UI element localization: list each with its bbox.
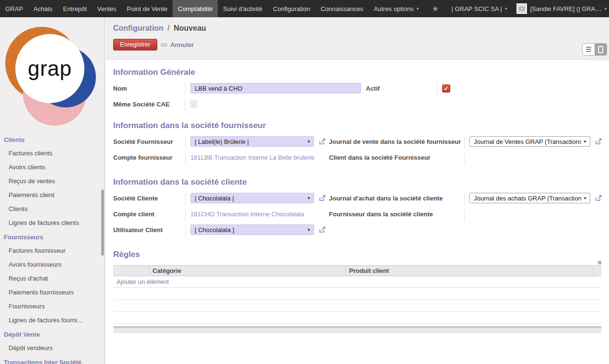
nom-input[interactable]: [190, 83, 361, 94]
meme-societe-label: Même Société CAE: [113, 99, 185, 108]
save-button[interactable]: Enregistrer: [113, 39, 157, 50]
compte-client-link[interactable]: 181CHO Transaction Interne Chocolalala: [190, 209, 304, 218]
sidebar: grap Clients Factures clients Avoirs cli…: [0, 17, 105, 364]
menu-item-achats[interactable]: Achats: [28, 0, 58, 17]
utilisateur-client-select[interactable]: [ Chocolalala ] ▼: [190, 224, 314, 235]
menu-item-suivi-activite[interactable]: Suivi d'activité: [218, 0, 268, 17]
open-record-icon[interactable]: [594, 138, 602, 146]
chevron-down-icon: ▼: [583, 196, 587, 200]
rules-header-end-column: [593, 266, 601, 276]
view-switcher: ☰: [582, 43, 607, 56]
cliente-right-column: Journal d'achat dans la société cliente …: [329, 193, 602, 240]
journal-achat-select[interactable]: Journal des achats GRAP (Transactions In…: [469, 193, 590, 203]
sidebar-section-fournisseurs: Fournisseurs: [0, 230, 105, 244]
compte-fournisseur-link[interactable]: 181LBB Transaction Interne La Belle brul…: [190, 152, 315, 161]
section-title-societe-cliente: Information dans la société cliente: [113, 177, 601, 187]
field-separator: [185, 209, 186, 221]
star-icon[interactable]: ★: [424, 4, 446, 14]
menu-item-label: Comptabilité: [178, 5, 212, 12]
sidebar-item-recus-de-ventes[interactable]: Reçus de ventes: [0, 174, 105, 188]
logo-white-circle: grap: [15, 34, 84, 103]
table-footer-strip: [113, 328, 601, 333]
section-title-societe-fournisseur: Information dans la société fournisseur: [113, 121, 601, 130]
meme-societe-checkbox: ✓: [190, 101, 197, 107]
add-item-link[interactable]: Ajouter un élément: [113, 276, 601, 288]
open-record-icon[interactable]: [318, 226, 326, 234]
rules-header-produit-client[interactable]: Produit client: [345, 266, 593, 276]
row-societe-cliente: Société Cliente | Chocolalala | ▼: [113, 193, 329, 205]
fournisseur-left-column: Société Fournisseur | Label(le) Brûlerie…: [113, 136, 329, 168]
field-separator: [464, 152, 465, 164]
row-utilisateur-client: Utilisateur Client [ Chocolalala ] ▼: [113, 224, 329, 237]
menu-item-entrepot[interactable]: Entrepôt: [58, 0, 92, 17]
societe-cliente-select[interactable]: | Chocolalala | ▼: [190, 193, 314, 203]
topbar-right: ★ | GRAP SCIC SA | ▾ [Sandie FAVRE] (| G…: [424, 0, 609, 17]
form-area: Information Générale Nom Actif ✓ Même So…: [105, 60, 609, 333]
sidebar-item-avoirs-clients[interactable]: Avoirs clients: [0, 160, 105, 174]
societe-fournisseur-select[interactable]: | Label(le) Brûlerie | ▼: [190, 136, 314, 147]
row-compte-client: Compte client 181CHO Transaction Interne…: [113, 209, 329, 221]
open-record-icon[interactable]: [318, 194, 326, 202]
company-switcher[interactable]: | GRAP SCIC SA | ▾: [446, 5, 512, 12]
menu-item-label: Suivi d'activité: [223, 5, 262, 12]
chevron-down-icon: ▼: [307, 196, 311, 200]
menu-item-connaissances[interactable]: Connaissances: [316, 0, 369, 17]
sidebar-item-avoirs-fournisseurs[interactable]: Avoirs fournisseurs: [0, 258, 105, 271]
sidebar-item-fournisseurs[interactable]: Fournisseurs: [0, 299, 105, 313]
row-societe-fournisseur: Société Fournisseur | Label(le) Brûlerie…: [113, 136, 329, 149]
compte-fournisseur-label: Compte fournisseur: [113, 152, 185, 161]
menu-item-comptabilite[interactable]: Comptabilité: [173, 0, 218, 17]
cancel-link[interactable]: Annuler: [170, 41, 194, 48]
avatar: [516, 3, 527, 14]
breadcrumb-parent-link[interactable]: Configuration: [113, 24, 164, 32]
form-view-icon: [598, 46, 603, 53]
actif-label: Actif: [366, 83, 437, 92]
chevron-down-icon: ▼: [583, 140, 587, 144]
compte-client-label: Compte client: [113, 209, 185, 218]
menu-item-configuration[interactable]: Configuration: [268, 0, 315, 17]
sidebar-item-recus-achat[interactable]: Reçus d'achat: [0, 271, 105, 285]
sidebar-item-paiements-client[interactable]: Paiements client: [0, 188, 105, 202]
field-separator: [185, 83, 186, 95]
empty-table-row: [113, 312, 601, 324]
row-nom: Nom Actif ✓: [113, 83, 601, 95]
select-value: | Chocolalala |: [195, 195, 305, 202]
form-view-button[interactable]: [595, 44, 607, 55]
sidebar-item-factures-clients[interactable]: Factures clients: [0, 146, 105, 160]
journal-vente-select[interactable]: Journal de Ventes GRAP (Transactions Ir …: [469, 136, 590, 147]
menu-item-label: Connaissances: [321, 5, 363, 12]
caret-down-icon: ▾: [605, 6, 607, 11]
menu-item-label: Autres options: [374, 5, 414, 12]
sidebar-scrollbar-thumb[interactable]: [101, 189, 104, 256]
sidebar-item-factures-fournisseur[interactable]: Factures fournisseur: [0, 244, 105, 258]
menu-item-ventes[interactable]: Ventes: [92, 0, 122, 17]
menu-item-label: GRAP: [5, 5, 23, 12]
row-client-fournisseur: Client dans la société Fournisseur: [329, 152, 602, 164]
rules-header-categorie[interactable]: Catégorie: [149, 266, 345, 276]
fournisseur-right-column: Journal de vente dans la société fournis…: [329, 136, 602, 168]
menu-item-point-de-vente[interactable]: Point de Vente: [122, 0, 173, 17]
actif-checkbox[interactable]: ✓: [442, 84, 450, 93]
topbar: GRAP Achats Entrepôt Ventes Point de Ven…: [0, 0, 609, 17]
sidebar-item-lignes-factures-clients[interactable]: Lignes de factures clients: [0, 216, 105, 230]
empty-table-row: [113, 300, 601, 312]
caret-down-icon: ▾: [417, 6, 419, 11]
open-record-icon[interactable]: [594, 194, 602, 202]
sidebar-item-paiements-fournisseurs[interactable]: Paiements fournisseurs: [0, 285, 105, 299]
sidebar-item-lignes-factures-fournisseurs[interactable]: Lignes de factures fourni…: [0, 313, 105, 327]
form-actions: Enregistrer ou Annuler: [113, 39, 601, 50]
field-separator: [185, 136, 186, 149]
user-menu[interactable]: [Sandie FAVRE] (| GRA… ▾: [512, 3, 609, 14]
camera-icon: [519, 7, 525, 11]
logo-text: grap: [28, 57, 72, 81]
sidebar-item-clients[interactable]: Clients: [0, 202, 105, 216]
row-journal-achat: Journal d'achat dans la société cliente …: [329, 193, 602, 205]
menu-item-grap[interactable]: GRAP: [0, 0, 28, 17]
grap-logo: grap: [0, 23, 105, 126]
menu-item-autres-options[interactable]: Autres options ▾: [369, 0, 424, 17]
chevron-down-icon: ▼: [307, 228, 311, 232]
company-name: | GRAP SCIC SA |: [451, 5, 502, 12]
open-record-icon[interactable]: [318, 138, 326, 146]
list-view-button[interactable]: ☰: [583, 44, 595, 55]
sidebar-item-depot-vendeurs[interactable]: Dépôt vendeurs: [0, 341, 105, 355]
